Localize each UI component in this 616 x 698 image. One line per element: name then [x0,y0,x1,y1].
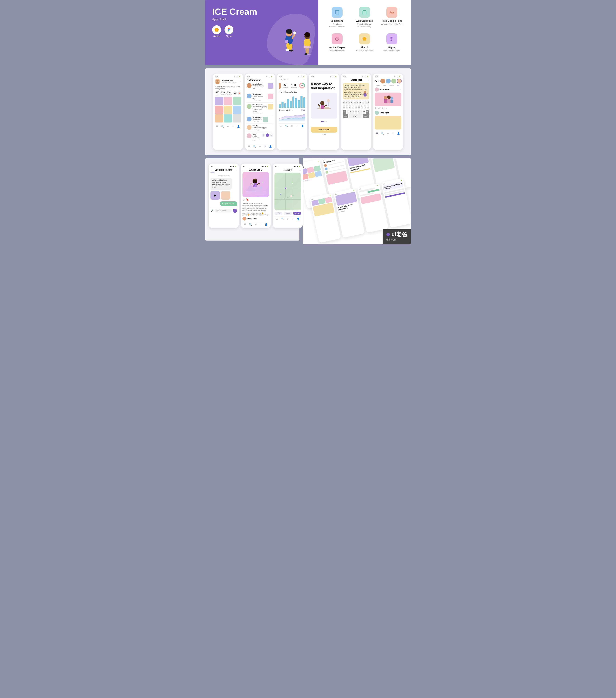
nav-heart[interactable]: ♡ [232,125,234,128]
key-b[interactable]: B [358,110,360,114]
key-e[interactable]: E [348,100,350,104]
play-icon[interactable]: ▶ [214,194,216,197]
story-bookmark-icon[interactable]: 🔖 [246,198,249,201]
key-h[interactable]: H [358,105,360,109]
nav-heart-6[interactable]: ♡ [392,132,394,135]
key-space[interactable]: space [349,114,362,118]
nav-search-s[interactable]: 🔍 [249,223,252,226]
key-d[interactable]: D [349,105,351,109]
sketch-tool[interactable]: Sketch [212,25,221,38]
bookmark-icon[interactable]: 🔖 [238,92,241,95]
story-avatar-4[interactable] [397,79,402,83]
key-u[interactable]: U [359,100,361,104]
follow-action[interactable]: + [266,134,269,137]
nav-profile-s[interactable]: 👤 [265,223,268,226]
key-shift[interactable]: ⇧ [343,110,346,114]
key-o[interactable]: O [364,100,366,104]
distance-100mi[interactable]: 100mi [284,212,292,215]
nav-plus-6[interactable]: ⊕ [387,132,389,135]
post1-more[interactable]: ⋯ [400,89,401,90]
back-arrow-stats[interactable]: ← Statistics [279,79,288,81]
nav-heart-n[interactable]: ♡ [292,218,294,220]
key-k[interactable]: K [364,105,366,109]
key-j[interactable]: J [361,105,363,109]
nav-search-n[interactable]: 🔍 [281,218,284,220]
microphone-icon[interactable]: 🎤 [210,209,213,212]
distance-1000mi[interactable]: 1000mi [293,212,301,215]
key-123[interactable]: 123 [343,114,348,118]
get-started-button[interactable]: Get Started [311,127,337,132]
skip-button[interactable]: Skip [311,134,337,136]
key-q[interactable]: Q [343,100,345,104]
nav-heart-s[interactable]: ♡ [260,223,262,226]
key-x[interactable]: X [350,110,352,114]
key-l[interactable]: L [367,105,369,109]
nav-profile-6[interactable]: 👤 [397,132,400,135]
like-action[interactable]: ♡ [262,134,265,137]
nav-heart-2[interactable]: ♡ [264,145,266,148]
story-avatar-3[interactable] [391,79,396,83]
key-c[interactable]: C [352,110,354,114]
nav-menu-3[interactable]: ☰ [280,125,282,127]
notif-item-1[interactable]: Amelia Cabal Started following you 2 min… [247,83,273,92]
distance-10mi[interactable]: 10mi [275,212,282,215]
key-v[interactable]: V [355,110,357,114]
nav-search-3[interactable]: 🔍 [285,125,288,127]
nav-menu-s[interactable]: ☰ [244,223,246,226]
profile-more[interactable]: ⋯ [240,81,241,82]
key-w[interactable]: W [346,100,348,104]
key-f[interactable]: F [352,105,354,109]
nav-menu-6[interactable]: ☰ [376,132,378,135]
nav-search-6[interactable]: 🔍 [381,132,384,135]
back-arrow-create[interactable]: ← [343,79,345,81]
key-n[interactable]: N [360,110,363,114]
nav-plus-2[interactable]: ⊕ [259,145,261,148]
notif-item-4[interactable]: Wulf Kindler Started a like 1 hour ago [247,117,273,124]
nav-menu-n[interactable]: ☰ [276,218,278,220]
nav-plus-n[interactable]: ⊕ [286,218,289,220]
key-t[interactable]: T [353,100,356,104]
story-avatar-2[interactable] [386,79,391,83]
close-create[interactable]: ✕ [368,79,369,81]
nav-plus-s[interactable]: ⊕ [255,223,257,226]
notif-more-icon[interactable]: ⋯ [271,79,273,81]
nav-profile-n[interactable]: 👤 [297,218,299,220]
key-i[interactable]: I [362,100,364,104]
map-location-pin[interactable] [284,187,286,189]
nav-profile-3[interactable]: 👤 [301,125,304,127]
back-arrow-nearby[interactable]: ← [275,169,276,171]
nav-search[interactable]: 🔍 [221,125,224,128]
send-button[interactable]: ↑ [233,209,237,213]
nav-profile[interactable]: 👤 [237,125,240,128]
nav-plus-3[interactable]: ⊕ [291,125,293,127]
stats-options[interactable]: ⋯ [304,79,305,81]
comment-icon[interactable]: 💬 [382,107,384,109]
message-icon[interactable]: ✉ [233,92,237,95]
key-backspace[interactable]: ⌫ [366,110,369,114]
post2-more[interactable]: ⋯ [400,112,401,114]
key-s[interactable]: S [346,105,348,109]
chat-input-field[interactable]: Slide to cancel [214,209,232,212]
nav-heart-3[interactable]: ♡ [296,125,298,127]
back-arrow-story[interactable]: ← [242,169,244,171]
key-m[interactable]: M [363,110,365,114]
chat-more[interactable]: ⋯ [235,169,237,171]
notif-item-5[interactable]: Pan Su Started following you 2 hours ago [247,125,273,132]
story-like-icon[interactable]: ♡ [242,198,245,201]
back-arrow-chat[interactable]: ← [210,169,212,171]
story-avatar-1[interactable] [380,79,385,83]
nav-plus[interactable]: ⊕ [227,125,229,128]
key-r[interactable]: R [351,100,353,104]
story-more[interactable]: ⋯ [267,169,269,171]
nav-profile-2[interactable]: 👤 [269,145,272,148]
nav-menu-2[interactable]: ☰ [248,145,250,148]
notif-item-6[interactable]: Anna Davis Liked your post ♡ + ✉ [247,134,273,142]
nav-menu[interactable]: ☰ [216,125,218,128]
key-a[interactable]: A [343,105,345,109]
key-p[interactable]: P [367,100,369,104]
key-return[interactable]: return [363,114,369,118]
notif-item-2[interactable]: Wulf Kindler Identity following you 5 mi… [247,94,273,103]
message-action[interactable]: ✉ [270,134,273,137]
key-g[interactable]: G [355,105,357,109]
figma-tool[interactable]: Figma [224,25,234,38]
